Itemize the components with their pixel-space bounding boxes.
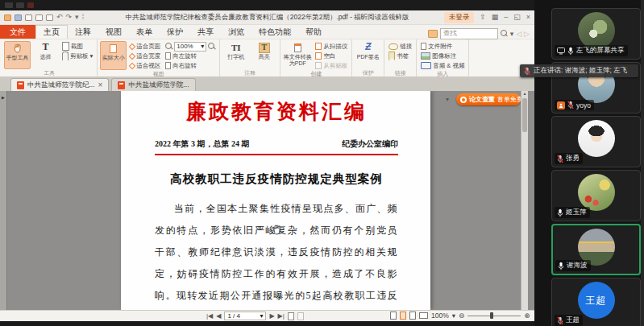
chevron-down-icon: ▾ — [260, 312, 263, 320]
chevron-down-icon[interactable]: ▾ — [446, 96, 449, 103]
bookmark-button[interactable]: 书签 — [387, 52, 413, 60]
fit-width-button[interactable]: 适合宽度 — [128, 52, 162, 60]
continuous-view-icon[interactable] — [400, 312, 406, 320]
snapshot-icon[interactable] — [46, 14, 53, 21]
actual-size-button[interactable]: 实际大小 — [100, 41, 127, 70]
tab-share[interactable]: 共享 — [190, 25, 221, 39]
chevron-down-icon[interactable]: ▾ — [452, 312, 455, 320]
zoom-out-icon[interactable] — [165, 43, 172, 50]
audio-video-button[interactable]: 音频 & 视频 — [419, 61, 466, 70]
tab-form[interactable]: 表单 — [129, 25, 160, 39]
typewriter-button[interactable]: TI 打字机 — [222, 41, 249, 69]
apps-grid-icon[interactable]: ▦ — [492, 14, 499, 21]
highlight-button[interactable]: T 高亮 — [251, 41, 277, 69]
clipboard-button[interactable]: 剪贴板 ▾ — [60, 52, 94, 60]
zoom-slider-thumb[interactable] — [490, 312, 493, 319]
participant-tile-speaking[interactable]: 谢海波 — [551, 224, 641, 275]
document-tab[interactable]: 中共盐城师范学院... — [111, 78, 195, 91]
close-tab-icon[interactable]: × — [98, 81, 103, 89]
last-page-icon[interactable]: ▶| — [278, 312, 285, 320]
rotate-right-button[interactable]: 向右旋转 — [164, 61, 217, 70]
tab-file[interactable]: 文件 — [0, 25, 35, 39]
fit-page-button[interactable]: 适合页面 — [128, 42, 162, 51]
typewriter-label: 打字机 — [227, 54, 244, 60]
search-icon[interactable] — [501, 30, 508, 37]
record-icon[interactable] — [27, 2, 34, 8]
navigation-pane-strip[interactable]: ▶ — [0, 91, 7, 310]
snapshot-button[interactable]: 截图 — [60, 42, 94, 51]
next-view-icon[interactable] — [297, 312, 304, 320]
fit-visible-button[interactable]: 适合视区 — [128, 61, 162, 70]
close-icon[interactable]: × — [526, 14, 530, 21]
email-icon[interactable] — [35, 14, 43, 21]
first-page-icon[interactable]: |◀ — [206, 312, 213, 320]
participant-tile[interactable]: 张勇 — [551, 116, 641, 167]
find-next-icon[interactable]: ▷ — [524, 30, 530, 38]
zoom-in-icon[interactable]: ⊕ — [524, 312, 530, 320]
floating-tool-icon[interactable] — [5, 2, 13, 8]
search-input[interactable]: 查找 — [440, 28, 498, 39]
expand-panel-icon[interactable]: ▶ — [2, 95, 5, 100]
tab-home[interactable]: 主页 — [35, 25, 68, 39]
floating-tool-icon[interactable] — [16, 2, 24, 8]
tab-view[interactable]: 视图 — [98, 25, 129, 39]
rotate-right-label: 向右旋转 — [172, 62, 197, 70]
page-number-input[interactable]: 1 / 4 ▾ — [224, 312, 266, 320]
tab-help[interactable]: 帮助 — [298, 25, 329, 39]
file-attachment-button[interactable]: 文件附件 — [419, 42, 466, 51]
screen-share-icon — [557, 47, 565, 55]
participant-tile-screenshare[interactable]: 左飞的屏幕共享 — [551, 8, 641, 60]
tab-features[interactable]: 特色功能 — [251, 25, 298, 39]
pdf-sign-button[interactable]: Ƶ PDF签名 — [355, 41, 381, 69]
login-status-badge[interactable]: 未登录 — [444, 12, 475, 23]
previous-view-icon[interactable] — [288, 312, 294, 320]
zoom-slider[interactable] — [467, 312, 521, 320]
facing-view-icon[interactable] — [409, 312, 416, 320]
select-tool-button[interactable]: T 选择 — [32, 41, 59, 69]
scroll-up-icon[interactable]: ▲ — [523, 91, 527, 96]
tab-browse[interactable]: 浏览 — [221, 25, 251, 39]
vertical-scrollbar[interactable]: ▲ — [521, 91, 528, 310]
minimize-icon[interactable]: – — [504, 14, 508, 21]
from-clipboard-button[interactable]: 从剪贴板 — [314, 61, 349, 70]
tab-protect[interactable]: 保护 — [160, 25, 190, 39]
restore-icon[interactable]: ◱ — [513, 14, 521, 21]
tab-comment[interactable]: 注释 — [68, 25, 98, 39]
open-file-icon[interactable] — [4, 14, 11, 21]
search-options-icon[interactable]: ▾ — [510, 30, 514, 38]
issue-number: 2022 年第 3 期，总第 24 期 — [155, 138, 250, 150]
rotate-left-label: 向左旋转 — [172, 52, 197, 60]
previous-page-icon[interactable]: ◀ — [216, 312, 221, 320]
find-previous-icon[interactable]: ◁ — [516, 30, 521, 38]
rotate-left-button[interactable]: 向左旋转 — [164, 52, 217, 60]
undo-icon[interactable]: ↶ — [56, 14, 63, 21]
window-controls: 未登录 ⇧ ▦ – ◱ × — [444, 12, 530, 23]
link-button[interactable]: 链接 — [387, 42, 413, 51]
plagiarism-check-ad-button[interactable]: 论文查重 首单免费 — [456, 93, 521, 105]
zoom-percentage[interactable]: 100% — [431, 312, 449, 320]
search-folder-icon[interactable] — [428, 30, 438, 38]
participant-tile[interactable]: 姬玉萍 — [551, 170, 641, 221]
single-page-view-icon[interactable] — [390, 312, 397, 320]
fit-width-view-icon[interactable] — [419, 312, 428, 319]
scrollbar-thumb[interactable] — [522, 98, 527, 132]
from-scanner-button[interactable]: 从扫描仪 — [314, 42, 349, 51]
print-icon[interactable] — [25, 14, 32, 21]
hand-tool-button[interactable]: 手型工具 — [4, 41, 31, 69]
save-icon[interactable] — [15, 14, 22, 21]
blank-page-button[interactable]: 空白 — [314, 52, 349, 60]
more-commands-icon[interactable]: ⁞ — [82, 14, 85, 21]
share-icon[interactable]: ⇧ — [480, 14, 486, 21]
zoom-out-icon[interactable]: ⊖ — [459, 312, 464, 320]
zoom-combo: 100% ▾ — [164, 42, 217, 51]
document-tab-active[interactable]: 中共盐城师范学院纪... × — [10, 78, 109, 91]
next-page-icon[interactable]: ▶ — [269, 312, 274, 320]
convert-to-pdf-button[interactable]: 将文件转换为PDF — [283, 41, 312, 70]
participant-tile[interactable]: 王超 王超 — [551, 278, 641, 326]
brush-icon[interactable]: ▾ — [75, 14, 79, 21]
zoom-select[interactable]: 100% ▾ — [174, 42, 206, 52]
from-scanner-label: 从扫描仪 — [323, 43, 347, 51]
redo-icon[interactable]: ↷ — [66, 14, 73, 21]
image-annotation-button[interactable]: 图像标注 — [419, 52, 466, 60]
zoom-in-icon[interactable] — [208, 43, 215, 50]
